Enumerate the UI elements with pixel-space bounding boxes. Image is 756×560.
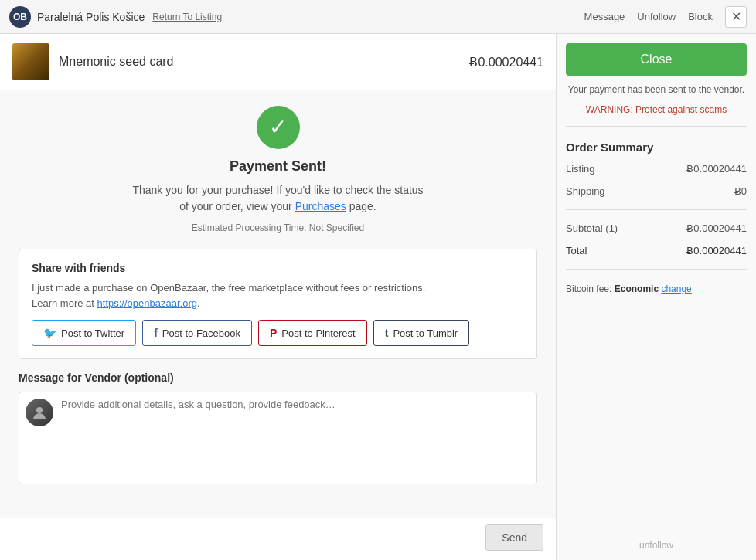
listing-label: Listing: [566, 163, 595, 175]
facebook-label: Post to Facebook: [162, 328, 240, 339]
order-row-shipping: Shipping Ƀ0: [566, 184, 747, 199]
openbazaar-link[interactable]: https://openbazaar.org: [97, 297, 197, 309]
tumblr-share-button[interactable]: t Post to Tumblr: [373, 320, 469, 346]
payment-title: Payment Sent!: [230, 158, 326, 175]
app-title: Paralelná Polis Košice: [37, 11, 145, 23]
bitcoin-fee: Bitcoin fee: Economic change: [566, 283, 747, 294]
processing-time: Estimated Processing Time: Not Specified: [192, 222, 364, 233]
product-thumbnail: [12, 43, 49, 80]
twitter-share-button[interactable]: 🐦 Post to Twitter: [32, 320, 136, 346]
subtotal-value: Ƀ0.00020441: [686, 222, 747, 234]
listing-value: Ƀ0.00020441: [686, 163, 747, 175]
success-icon: ✓: [257, 106, 300, 149]
share-buttons: 🐦 Post to Twitter f Post to Facebook P P…: [32, 320, 524, 346]
purchases-link[interactable]: Purchases: [295, 200, 346, 212]
pinterest-icon: P: [270, 327, 277, 339]
spacer: [566, 302, 747, 532]
window-close-button[interactable]: ✕: [725, 6, 747, 28]
bitcoin-fee-value: Economic: [615, 283, 659, 294]
facebook-share-button[interactable]: f Post to Facebook: [142, 320, 252, 346]
divider-2: [566, 209, 747, 210]
payment-description: Thank you for your purchase! If you'd li…: [132, 182, 423, 215]
left-panel: Mnemonic seed card Ƀ0.00020441 ✓ Payment…: [0, 34, 557, 560]
message-action[interactable]: Message: [584, 11, 625, 22]
shipping-value: Ƀ0: [734, 185, 747, 197]
unfollow-action[interactable]: Unfollow: [637, 11, 676, 22]
change-fee-link[interactable]: change: [661, 283, 691, 294]
vendor-message-section: Message for Vendor (optional): [19, 372, 537, 497]
payment-notice: Your payment has been sent to the vendor…: [566, 83, 747, 97]
payment-success-section: ✓ Payment Sent! Thank you for your purch…: [19, 106, 537, 233]
vendor-message-container: [19, 392, 537, 484]
tumblr-label: Post to Tumblr: [393, 328, 458, 339]
send-button[interactable]: Send: [485, 524, 543, 551]
order-row-listing: Listing Ƀ0.00020441: [566, 161, 747, 176]
share-title: Share with friends: [32, 262, 524, 274]
twitter-icon: 🐦: [43, 327, 56, 339]
order-summary-title: Order Summary: [566, 141, 747, 154]
checkmark-icon: ✓: [269, 117, 287, 138]
divider-1: [566, 126, 747, 127]
bottom-label: unfollow: [566, 540, 747, 551]
main-layout: Mnemonic seed card Ƀ0.00020441 ✓ Payment…: [0, 34, 756, 560]
product-price: Ƀ0.00020441: [469, 55, 543, 70]
product-name: Mnemonic seed card: [59, 55, 460, 69]
content-area: ✓ Payment Sent! Thank you for your purch…: [0, 90, 556, 518]
product-header: Mnemonic seed card Ƀ0.00020441: [0, 34, 556, 90]
send-row: Send: [0, 518, 556, 560]
svg-point-0: [36, 407, 43, 413]
share-text: I just made a purchase on OpenBazaar, th…: [32, 280, 524, 311]
warning-link[interactable]: WARNING: Protect against scams: [566, 104, 747, 115]
vendor-message-label: Message for Vendor (optional): [19, 372, 537, 384]
total-label: Total: [566, 245, 587, 256]
block-action[interactable]: Block: [688, 11, 713, 22]
pinterest-label: Post to Pinterest: [281, 328, 355, 339]
close-order-button[interactable]: Close: [566, 43, 747, 76]
subtotal-label: Subtotal (1): [566, 222, 618, 234]
facebook-icon: f: [154, 327, 158, 339]
vendor-avatar: [26, 399, 53, 426]
pinterest-share-button[interactable]: P Post to Pinterest: [258, 320, 367, 346]
divider-3: [566, 269, 747, 270]
order-row-total: Total Ƀ0.00020441: [566, 243, 747, 258]
top-bar-actions: Message Unfollow Block ✕: [584, 6, 747, 28]
top-bar: OB Paralelná Polis Košice Return To List…: [0, 0, 756, 34]
return-to-listing-link[interactable]: Return To Listing: [152, 12, 222, 22]
right-panel: Close Your payment has been sent to the …: [557, 34, 756, 560]
total-value: Ƀ0.00020441: [686, 245, 747, 256]
twitter-label: Post to Twitter: [61, 328, 124, 339]
app-logo: OB: [9, 6, 31, 28]
shipping-label: Shipping: [566, 185, 605, 197]
tumblr-icon: t: [385, 327, 389, 339]
vendor-message-input[interactable]: [61, 399, 530, 477]
share-section: Share with friends I just made a purchas…: [19, 249, 537, 359]
order-row-subtotal: Subtotal (1) Ƀ0.00020441: [566, 221, 747, 236]
